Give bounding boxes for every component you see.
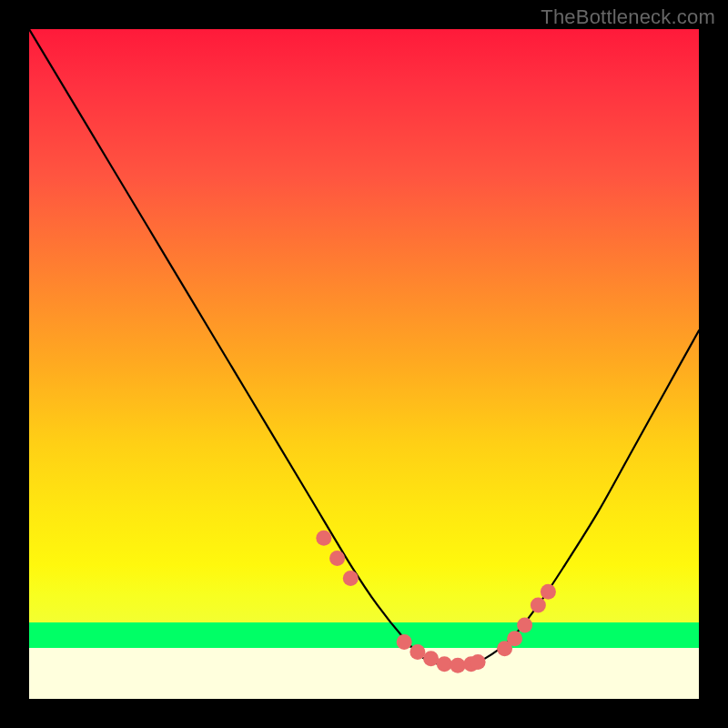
marker-dot	[450, 658, 466, 673]
marker-dot	[470, 654, 486, 670]
marker-dot	[507, 631, 522, 646]
plot-area	[29, 29, 699, 699]
marker-dot	[463, 656, 479, 672]
marker-dot	[423, 651, 439, 666]
chart-frame: TheBottleneck.com	[0, 0, 728, 728]
marker-dot	[343, 571, 359, 586]
marker-dot	[541, 584, 556, 600]
marker-dot	[437, 656, 452, 672]
bottleneck-curve	[29, 29, 699, 666]
sweet-spot-markers	[316, 531, 556, 673]
chart-svg	[29, 29, 699, 699]
marker-dot	[497, 641, 512, 656]
marker-dot	[397, 634, 412, 650]
marker-dot	[316, 531, 331, 546]
watermark-text: TheBottleneck.com	[541, 5, 715, 29]
marker-dot	[410, 644, 425, 660]
marker-dot	[517, 618, 532, 633]
marker-dot	[329, 551, 345, 566]
marker-dot	[531, 597, 546, 612]
